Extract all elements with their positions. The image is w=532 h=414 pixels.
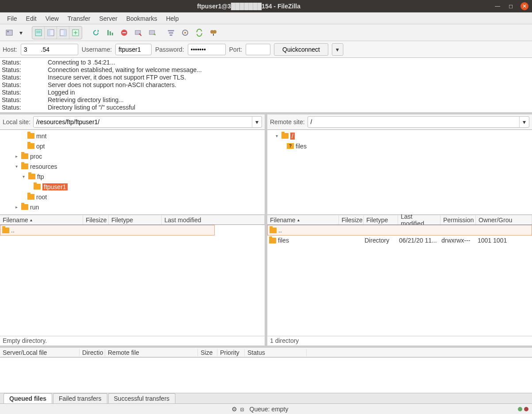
tree-item-root[interactable]: root xyxy=(1,192,264,202)
menu-bookmarks[interactable]: Bookmarks xyxy=(122,15,162,22)
menu-transfer[interactable]: Transfer xyxy=(63,15,95,22)
col-filesize[interactable]: Filesize xyxy=(83,215,109,224)
menu-view[interactable]: View xyxy=(41,15,63,22)
log-label: Status: xyxy=(2,104,48,111)
folder-icon xyxy=(21,153,28,159)
col-status[interactable]: Status xyxy=(245,349,307,356)
menu-edit[interactable]: Edit xyxy=(22,15,41,22)
menu-file[interactable]: File xyxy=(3,15,22,22)
disconnect-button[interactable] xyxy=(132,26,145,39)
remote-list-body[interactable]: .. files Directory 06/21/20 11... drwxrw… xyxy=(267,225,532,336)
col-priority[interactable]: Priority xyxy=(217,349,245,356)
chevron-down-icon[interactable]: ▾ xyxy=(519,117,529,127)
sync-browse-button[interactable] xyxy=(193,26,206,39)
process-queue-button[interactable] xyxy=(103,26,117,39)
menu-server[interactable]: Server xyxy=(95,15,122,22)
remote-path-combo[interactable]: ▾ xyxy=(308,116,529,128)
filter-button[interactable] xyxy=(164,26,178,39)
local-tree[interactable]: mnt opt ▸proc ▾resources ▾ftp ftpuser1 r… xyxy=(0,130,265,214)
tree-item-run[interactable]: ▸run xyxy=(1,202,264,212)
col-filename[interactable]: Filename▴ xyxy=(0,215,83,224)
svg-rect-1 xyxy=(7,31,9,32)
local-list-header: Filename▴ Filesize Filetype Last modifie… xyxy=(0,215,265,225)
tab-success[interactable]: Successful transfers xyxy=(108,393,175,403)
log-row: Status:Connection established, waiting f… xyxy=(2,66,530,74)
col-filetype[interactable]: Filetype xyxy=(109,215,162,224)
svg-rect-0 xyxy=(6,30,12,35)
tree-item-mnt[interactable]: mnt xyxy=(1,131,264,141)
username-input[interactable] xyxy=(115,44,152,55)
col-modified[interactable]: Last modified xyxy=(162,215,265,224)
log-message: Server does not support non-ASCII charac… xyxy=(48,81,176,89)
log-label: Status: xyxy=(2,59,48,66)
col-filetype[interactable]: Filetype xyxy=(364,215,398,224)
search-button[interactable] xyxy=(207,26,220,39)
log-label: Status: xyxy=(2,66,48,74)
message-log[interactable]: Status:Connecting to 3 .54:21...Status:C… xyxy=(0,58,532,114)
col-size[interactable]: Size xyxy=(198,349,217,356)
tree-item-root[interactable]: ▾/ xyxy=(268,131,531,141)
cancel-button[interactable] xyxy=(118,26,131,39)
remote-list-header: Filename▴ Filesize Filetype Last modifie… xyxy=(267,215,532,225)
svg-rect-8 xyxy=(64,30,66,36)
compare-button[interactable] xyxy=(179,26,192,39)
tree-item-opt[interactable]: opt xyxy=(1,141,264,151)
svg-rect-14 xyxy=(168,30,174,31)
quickconnect-button[interactable]: Quickconnect xyxy=(274,43,328,56)
statusbar: ⚙ ⦻ Queue: empty xyxy=(0,403,532,414)
minimize-button[interactable]: — xyxy=(494,3,501,10)
toggle-queue-button[interactable] xyxy=(69,27,82,39)
col-server-local[interactable]: Server/Local file xyxy=(0,349,80,356)
col-owner[interactable]: Owner/Grou xyxy=(476,215,532,224)
toggle-local-tree-button[interactable] xyxy=(45,27,57,39)
queue-body[interactable] xyxy=(0,357,532,393)
svg-point-18 xyxy=(184,32,186,34)
toggle-remote-tree-button[interactable] xyxy=(57,27,69,39)
refresh-button[interactable] xyxy=(89,26,103,39)
gear-icon[interactable]: ⚙ xyxy=(232,406,237,413)
col-modified[interactable]: Last modified xyxy=(398,215,441,224)
site-manager-dropdown[interactable]: ▾ xyxy=(17,26,25,39)
local-list-body[interactable]: .. xyxy=(0,225,265,336)
col-permissions[interactable]: Permission xyxy=(441,215,476,224)
quickconnect-dropdown[interactable]: ▾ xyxy=(332,43,343,56)
site-manager-button[interactable] xyxy=(3,26,16,39)
col-direction[interactable]: Directio xyxy=(80,349,105,356)
list-row-updir[interactable]: .. xyxy=(0,225,214,235)
log-message: Retrieving directory listing... xyxy=(48,96,124,104)
reconnect-button[interactable] xyxy=(146,26,159,39)
local-status: Empty directory. xyxy=(0,336,265,346)
tab-failed[interactable]: Failed transfers xyxy=(53,393,107,403)
tab-queued[interactable]: Queued files xyxy=(4,393,52,403)
remote-tree[interactable]: ▾/ ?files xyxy=(267,130,532,214)
log-label: Status: xyxy=(2,89,48,96)
remote-site-bar: Remote site: ▾ xyxy=(267,114,532,130)
tree-item-ftp[interactable]: ▾ftp xyxy=(1,171,264,182)
tree-item-ftpuser1[interactable]: ftpuser1 xyxy=(1,182,264,192)
menu-help[interactable]: Help xyxy=(162,15,183,22)
warning-icon[interactable]: ⦻ xyxy=(239,406,245,413)
log-row: Status:Server does not support non-ASCII… xyxy=(2,81,530,89)
chevron-down-icon[interactable]: ▾ xyxy=(252,117,262,127)
local-path-input[interactable] xyxy=(34,117,252,127)
col-remote-file[interactable]: Remote file xyxy=(105,349,198,356)
sort-asc-icon: ▴ xyxy=(297,217,300,222)
toolbar: ▾ xyxy=(0,24,532,41)
log-message: Connecting to 3 .54:21... xyxy=(48,59,115,66)
host-input[interactable] xyxy=(21,44,78,55)
status-dot-red xyxy=(524,407,528,411)
col-filesize[interactable]: Filesize xyxy=(339,215,364,224)
maximize-button[interactable]: ◻ xyxy=(507,3,514,10)
tree-item-files[interactable]: ?files xyxy=(268,141,531,151)
close-button[interactable]: ✕ xyxy=(521,2,528,10)
tree-item-resources[interactable]: ▾resources xyxy=(1,161,264,171)
toggle-log-button[interactable] xyxy=(32,27,45,39)
remote-path-input[interactable] xyxy=(308,117,519,127)
list-row-files[interactable]: files Directory 06/21/20 11... drwxrwx--… xyxy=(267,235,532,245)
password-input[interactable] xyxy=(188,44,226,55)
local-path-combo[interactable]: ▾ xyxy=(33,116,262,128)
tree-item-proc[interactable]: ▸proc xyxy=(1,151,264,161)
col-filename[interactable]: Filename▴ xyxy=(267,215,339,224)
list-row-updir[interactable]: .. xyxy=(268,225,532,235)
port-input[interactable] xyxy=(246,44,270,55)
